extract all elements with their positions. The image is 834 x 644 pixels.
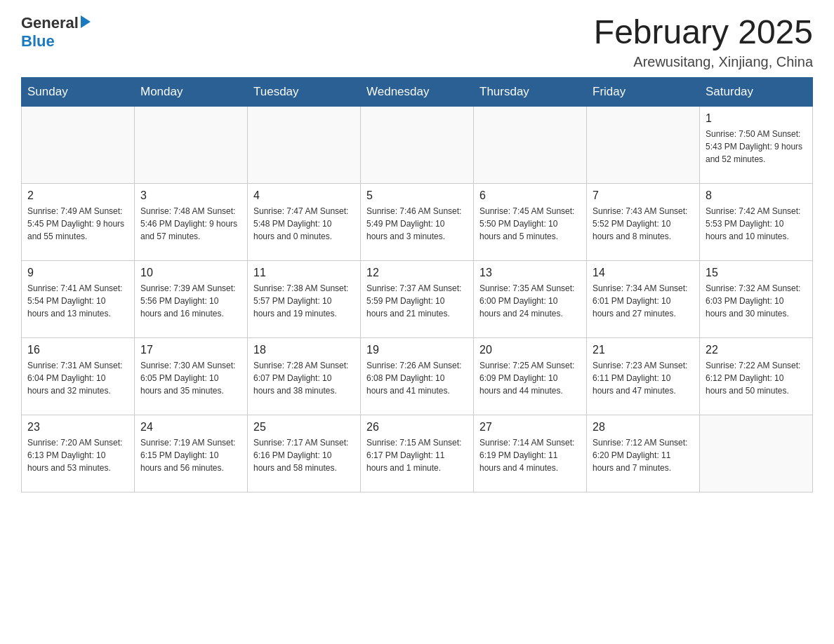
day-number: 13	[479, 267, 581, 279]
day-info: Sunrise: 7:39 AM Sunset: 5:56 PM Dayligh…	[140, 282, 241, 320]
calendar-cell: 11Sunrise: 7:38 AM Sunset: 5:57 PM Dayli…	[248, 260, 361, 337]
day-number: 6	[479, 189, 581, 202]
day-info: Sunrise: 7:49 AM Sunset: 5:45 PM Dayligh…	[27, 205, 128, 243]
calendar-cell: 25Sunrise: 7:17 AM Sunset: 6:16 PM Dayli…	[248, 415, 361, 492]
calendar-week-row: 1Sunrise: 7:50 AM Sunset: 5:43 PM Daylig…	[22, 106, 813, 183]
calendar-cell	[361, 106, 474, 183]
day-info: Sunrise: 7:37 AM Sunset: 5:59 PM Dayligh…	[366, 282, 468, 320]
day-info: Sunrise: 7:30 AM Sunset: 6:05 PM Dayligh…	[140, 359, 241, 397]
calendar-week-row: 16Sunrise: 7:31 AM Sunset: 6:04 PM Dayli…	[22, 337, 813, 415]
day-info: Sunrise: 7:34 AM Sunset: 6:01 PM Dayligh…	[593, 282, 694, 320]
calendar-cell: 15Sunrise: 7:32 AM Sunset: 6:03 PM Dayli…	[700, 260, 813, 337]
day-number: 18	[253, 344, 355, 356]
calendar-table: SundayMondayTuesdayWednesdayThursdayFrid…	[21, 77, 813, 492]
day-number: 11	[253, 267, 355, 279]
title-block: February 2025 Arewusitang, Xinjiang, Chi…	[594, 14, 813, 70]
calendar-cell: 5Sunrise: 7:46 AM Sunset: 5:49 PM Daylig…	[361, 183, 474, 260]
day-info: Sunrise: 7:41 AM Sunset: 5:54 PM Dayligh…	[27, 282, 128, 320]
calendar-cell: 27Sunrise: 7:14 AM Sunset: 6:19 PM Dayli…	[474, 415, 587, 492]
day-number: 27	[479, 421, 581, 434]
day-info: Sunrise: 7:23 AM Sunset: 6:11 PM Dayligh…	[593, 359, 694, 397]
day-info: Sunrise: 7:12 AM Sunset: 6:20 PM Dayligh…	[593, 436, 694, 474]
calendar-cell: 22Sunrise: 7:22 AM Sunset: 6:12 PM Dayli…	[700, 337, 813, 415]
day-number: 17	[140, 344, 241, 356]
day-info: Sunrise: 7:20 AM Sunset: 6:13 PM Dayligh…	[27, 436, 128, 474]
calendar-cell: 24Sunrise: 7:19 AM Sunset: 6:15 PM Dayli…	[135, 415, 248, 492]
page-header: General Blue February 2025 Arewusitang, …	[21, 14, 813, 70]
calendar-cell: 18Sunrise: 7:28 AM Sunset: 6:07 PM Dayli…	[248, 337, 361, 415]
day-info: Sunrise: 7:35 AM Sunset: 6:00 PM Dayligh…	[479, 282, 581, 320]
calendar-cell: 1Sunrise: 7:50 AM Sunset: 5:43 PM Daylig…	[700, 106, 813, 183]
calendar-cell: 20Sunrise: 7:25 AM Sunset: 6:09 PM Dayli…	[474, 337, 587, 415]
day-info: Sunrise: 7:45 AM Sunset: 5:50 PM Dayligh…	[479, 205, 581, 243]
weekday-header-row: SundayMondayTuesdayWednesdayThursdayFrid…	[22, 77, 813, 106]
calendar-cell: 10Sunrise: 7:39 AM Sunset: 5:56 PM Dayli…	[135, 260, 248, 337]
calendar-cell	[587, 106, 700, 183]
day-info: Sunrise: 7:48 AM Sunset: 5:46 PM Dayligh…	[140, 205, 241, 243]
weekday-header-saturday: Saturday	[700, 77, 813, 106]
day-info: Sunrise: 7:32 AM Sunset: 6:03 PM Dayligh…	[706, 282, 807, 320]
calendar-cell: 6Sunrise: 7:45 AM Sunset: 5:50 PM Daylig…	[474, 183, 587, 260]
calendar-week-row: 9Sunrise: 7:41 AM Sunset: 5:54 PM Daylig…	[22, 260, 813, 337]
calendar-cell: 28Sunrise: 7:12 AM Sunset: 6:20 PM Dayli…	[587, 415, 700, 492]
day-number: 21	[593, 344, 694, 356]
day-number: 3	[140, 189, 241, 202]
calendar-week-row: 2Sunrise: 7:49 AM Sunset: 5:45 PM Daylig…	[22, 183, 813, 260]
weekday-header-tuesday: Tuesday	[248, 77, 361, 106]
calendar-cell: 23Sunrise: 7:20 AM Sunset: 6:13 PM Dayli…	[22, 415, 135, 492]
day-info: Sunrise: 7:15 AM Sunset: 6:17 PM Dayligh…	[366, 436, 468, 474]
calendar-cell: 8Sunrise: 7:42 AM Sunset: 5:53 PM Daylig…	[700, 183, 813, 260]
logo-general-text: General	[21, 14, 79, 32]
logo-blue-text: Blue	[21, 32, 55, 50]
logo: General Blue	[21, 14, 91, 51]
calendar-cell	[248, 106, 361, 183]
weekday-header-monday: Monday	[135, 77, 248, 106]
day-number: 24	[140, 421, 241, 434]
calendar-cell	[474, 106, 587, 183]
day-info: Sunrise: 7:50 AM Sunset: 5:43 PM Dayligh…	[706, 128, 807, 166]
day-number: 19	[366, 344, 468, 356]
day-info: Sunrise: 7:28 AM Sunset: 6:07 PM Dayligh…	[253, 359, 355, 397]
calendar-cell: 3Sunrise: 7:48 AM Sunset: 5:46 PM Daylig…	[135, 183, 248, 260]
day-info: Sunrise: 7:14 AM Sunset: 6:19 PM Dayligh…	[479, 436, 581, 474]
calendar-cell: 19Sunrise: 7:26 AM Sunset: 6:08 PM Dayli…	[361, 337, 474, 415]
location-subtitle: Arewusitang, Xinjiang, China	[594, 54, 813, 70]
day-number: 15	[706, 267, 807, 279]
day-number: 1	[706, 112, 807, 125]
day-number: 14	[593, 267, 694, 279]
day-number: 28	[593, 421, 694, 434]
weekday-header-wednesday: Wednesday	[361, 77, 474, 106]
calendar-cell: 2Sunrise: 7:49 AM Sunset: 5:45 PM Daylig…	[22, 183, 135, 260]
day-number: 7	[593, 189, 694, 202]
calendar-cell: 16Sunrise: 7:31 AM Sunset: 6:04 PM Dayli…	[22, 337, 135, 415]
day-number: 4	[253, 189, 355, 202]
day-info: Sunrise: 7:31 AM Sunset: 6:04 PM Dayligh…	[27, 359, 128, 397]
calendar-cell: 7Sunrise: 7:43 AM Sunset: 5:52 PM Daylig…	[587, 183, 700, 260]
day-info: Sunrise: 7:38 AM Sunset: 5:57 PM Dayligh…	[253, 282, 355, 320]
calendar-cell: 4Sunrise: 7:47 AM Sunset: 5:48 PM Daylig…	[248, 183, 361, 260]
day-number: 25	[253, 421, 355, 434]
day-number: 10	[140, 267, 241, 279]
day-info: Sunrise: 7:19 AM Sunset: 6:15 PM Dayligh…	[140, 436, 241, 474]
day-number: 9	[27, 267, 128, 279]
day-info: Sunrise: 7:43 AM Sunset: 5:52 PM Dayligh…	[593, 205, 694, 243]
day-number: 5	[366, 189, 468, 202]
calendar-cell: 9Sunrise: 7:41 AM Sunset: 5:54 PM Daylig…	[22, 260, 135, 337]
calendar-week-row: 23Sunrise: 7:20 AM Sunset: 6:13 PM Dayli…	[22, 415, 813, 492]
day-number: 22	[706, 344, 807, 356]
day-info: Sunrise: 7:47 AM Sunset: 5:48 PM Dayligh…	[253, 205, 355, 243]
day-info: Sunrise: 7:25 AM Sunset: 6:09 PM Dayligh…	[479, 359, 581, 397]
day-info: Sunrise: 7:17 AM Sunset: 6:16 PM Dayligh…	[253, 436, 355, 474]
day-info: Sunrise: 7:42 AM Sunset: 5:53 PM Dayligh…	[706, 205, 807, 243]
day-number: 8	[706, 189, 807, 202]
logo-triangle-icon	[81, 15, 91, 28]
day-number: 26	[366, 421, 468, 434]
day-number: 16	[27, 344, 128, 356]
calendar-cell: 14Sunrise: 7:34 AM Sunset: 6:01 PM Dayli…	[587, 260, 700, 337]
calendar-cell: 12Sunrise: 7:37 AM Sunset: 5:59 PM Dayli…	[361, 260, 474, 337]
calendar-cell: 26Sunrise: 7:15 AM Sunset: 6:17 PM Dayli…	[361, 415, 474, 492]
day-number: 12	[366, 267, 468, 279]
weekday-header-friday: Friday	[587, 77, 700, 106]
day-number: 20	[479, 344, 581, 356]
day-info: Sunrise: 7:46 AM Sunset: 5:49 PM Dayligh…	[366, 205, 468, 243]
